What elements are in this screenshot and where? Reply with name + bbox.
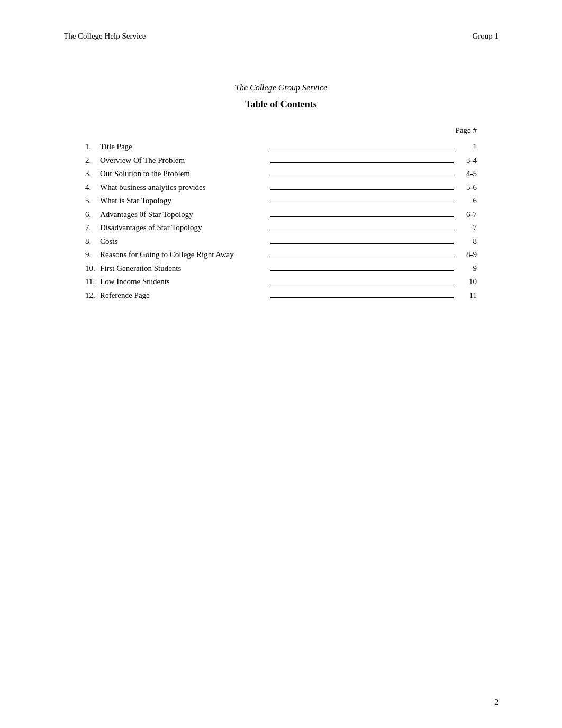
toc-row: 6.Advantages 0f Star Topology6-7	[85, 208, 477, 222]
toc-entry-text: Disadvantages of Star Topology	[100, 221, 268, 235]
toc-entry-left: 5.What is Star Topology	[85, 194, 268, 208]
toc-entry-num: 2.	[85, 154, 100, 168]
toc-entry-left: 10.First Generation Students	[85, 262, 268, 276]
content-area: The College Group Service Table of Conte…	[0, 51, 562, 334]
toc-row: 4.What business analytics provides5-6	[85, 181, 477, 195]
toc-entry-num: 3.	[85, 167, 100, 181]
toc-entry-left: 7.Disadvantages of Star Topology	[85, 221, 268, 235]
toc-entry-page: 9	[456, 262, 477, 276]
toc-row: 10.First Generation Students9	[85, 262, 477, 276]
toc-row: 12.Reference Page11	[85, 289, 477, 303]
toc-entry-text: Advantages 0f Star Topology	[100, 208, 268, 222]
toc-entry-text: Reasons for Going to College Right Away	[100, 248, 268, 262]
toc-row: 9.Reasons for Going to College Right Awa…	[85, 248, 477, 262]
toc-row: 11.Low Income Students10	[85, 275, 477, 289]
toc-entry-text: First Generation Students	[100, 262, 268, 276]
toc-entry-dots	[270, 189, 454, 190]
toc-entry-num: 1.	[85, 140, 100, 154]
toc-entry-text: Title Page	[100, 140, 268, 154]
toc-entry-dots	[270, 284, 454, 284]
toc-entry-text: What is Star Topology	[100, 194, 268, 208]
toc-entry-dots	[270, 257, 454, 257]
toc-entry-dots	[270, 203, 454, 203]
toc-entry-num: 6.	[85, 208, 100, 222]
toc-entry-page: 11	[456, 289, 477, 303]
footer: 2	[495, 698, 499, 707]
toc-entry-dots	[270, 162, 454, 163]
toc-entry-dots	[270, 297, 454, 298]
toc-row: 2.Overview Of The Problem3-4	[85, 154, 477, 168]
page-hash-row: Page #	[85, 126, 477, 135]
toc-row: 5.What is Star Topology6	[85, 194, 477, 208]
toc-entry-page: 8-9	[456, 248, 477, 262]
header-left: The College Help Service	[64, 32, 146, 41]
toc-row: 3.Our Solution to the Problem4-5	[85, 167, 477, 181]
page-hash-label: Page #	[456, 126, 477, 135]
toc-entry-num: 4.	[85, 181, 100, 195]
toc-entry-dots	[270, 243, 454, 244]
toc-entry-text: Low Income Students	[100, 275, 268, 289]
toc-entry-left: 8.Costs	[85, 235, 268, 249]
toc-entry-dots	[270, 230, 454, 230]
header-right: Group 1	[472, 32, 498, 41]
toc-title: Table of Contents	[245, 99, 316, 110]
toc-entry-left: 2.Overview Of The Problem	[85, 154, 268, 168]
toc-entry-text: What business analytics provides	[100, 181, 268, 195]
toc-entry-page: 6	[456, 194, 477, 208]
toc-entry-page: 3-4	[456, 154, 477, 168]
toc-row: 1.Title Page1	[85, 140, 477, 154]
toc-row: 8.Costs8	[85, 235, 477, 249]
page: The College Help Service Group 1 The Col…	[0, 0, 562, 728]
toc-entry-left: 12.Reference Page	[85, 289, 268, 303]
toc-entry-page: 5-6	[456, 181, 477, 195]
document-subtitle: The College Group Service	[235, 83, 327, 93]
toc-entry-dots	[270, 176, 454, 176]
toc-entry-left: 11.Low Income Students	[85, 275, 268, 289]
toc-entries: 1.Title Page12.Overview Of The Problem3-…	[85, 140, 477, 302]
toc-entry-num: 12.	[85, 289, 100, 303]
toc-entry-page: 8	[456, 235, 477, 249]
toc-container: Page # 1.Title Page12.Overview Of The Pr…	[85, 126, 477, 302]
toc-entry-num: 5.	[85, 194, 100, 208]
toc-entry-left: 1.Title Page	[85, 140, 268, 154]
toc-entry-left: 4.What business analytics provides	[85, 181, 268, 195]
toc-entry-num: 9.	[85, 248, 100, 262]
toc-entry-left: 9.Reasons for Going to College Right Awa…	[85, 248, 268, 262]
header: The College Help Service Group 1	[0, 0, 562, 51]
toc-entry-num: 10.	[85, 262, 100, 276]
toc-entry-page: 1	[456, 140, 477, 154]
toc-entry-num: 7.	[85, 221, 100, 235]
toc-entry-page: 7	[456, 221, 477, 235]
toc-entry-left: 6.Advantages 0f Star Topology	[85, 208, 268, 222]
toc-entry-text: Our Solution to the Problem	[100, 167, 268, 181]
toc-entry-page: 10	[456, 275, 477, 289]
toc-entry-num: 8.	[85, 235, 100, 249]
page-number: 2	[495, 698, 499, 706]
toc-entry-page: 4-5	[456, 167, 477, 181]
toc-entry-left: 3.Our Solution to the Problem	[85, 167, 268, 181]
toc-entry-dots	[270, 216, 454, 217]
toc-entry-text: Costs	[100, 235, 268, 249]
toc-entry-text: Reference Page	[100, 289, 268, 303]
toc-row: 7.Disadvantages of Star Topology7	[85, 221, 477, 235]
toc-entry-page: 6-7	[456, 208, 477, 222]
toc-entry-text: Overview Of The Problem	[100, 154, 268, 168]
toc-entry-dots	[270, 270, 454, 271]
toc-entry-dots	[270, 149, 454, 149]
toc-entry-num: 11.	[85, 275, 100, 289]
